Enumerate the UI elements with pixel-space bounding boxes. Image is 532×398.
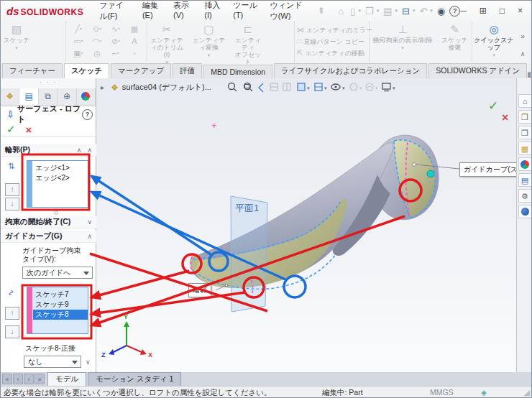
- panel-splitter-handle[interactable]: · · ·: [1, 78, 96, 88]
- convert-entities-button[interactable]: ▢ エンティティ変換 ▾: [189, 21, 228, 60]
- trim-entities-button[interactable]: ✂ エンティティのトリム(I) ▾: [147, 21, 186, 60]
- reference-plane[interactable]: [231, 196, 267, 312]
- 3d-content-central-button[interactable]: [518, 205, 532, 218]
- guide-item-sketch7[interactable]: スケッチ7: [33, 290, 88, 300]
- solidworks-settings-button[interactable]: ⚙: [518, 189, 532, 203]
- plane-label[interactable]: 平面1: [235, 203, 259, 213]
- undo-icon[interactable]: ↶: [417, 6, 429, 17]
- span-displays-button[interactable]: ⊞: [480, 6, 487, 16]
- ribbon-collapse-icon[interactable]: ∧: [517, 50, 528, 57]
- text-tool-icon[interactable]: A: [125, 35, 144, 47]
- pin-menu-icon[interactable]: ✎: [316, 5, 326, 17]
- viewport-cancel-button[interactable]: ×: [502, 111, 508, 124]
- scroll-last-button[interactable]: »: [35, 374, 45, 384]
- tab-evaluate[interactable]: 評価: [173, 63, 202, 78]
- profile-move-up-button[interactable]: ↑: [5, 183, 19, 196]
- repair-sketch-button[interactable]: ✎ スケッチ 修復: [439, 21, 470, 60]
- guide-curves-collapse-icon[interactable]: ∧: [87, 233, 92, 240]
- fillet-tool-icon[interactable]: ⌐▾: [106, 47, 125, 60]
- scroll-next-button[interactable]: ›: [24, 374, 34, 384]
- ribbon-overflow-icon[interactable]: »: [517, 32, 528, 40]
- quick-snaps-button[interactable]: ◎ クイックスナップ ▾: [472, 21, 515, 60]
- guide-endpoint-handle[interactable]: [427, 170, 434, 177]
- tab-markup[interactable]: マークアップ: [111, 63, 171, 78]
- constraints-expand-icon[interactable]: ∨: [87, 218, 92, 226]
- open-icon[interactable]: ❐: [363, 6, 376, 17]
- linear-pattern-button[interactable]: ∷直線パターン コピー: [295, 36, 369, 47]
- help-icon[interactable]: ?: [449, 6, 460, 17]
- flyout-tree-arrow-icon[interactable]: ▸: [101, 83, 104, 91]
- profile-item-edge1[interactable]: エッジ<1>: [33, 163, 88, 173]
- constraints-section-header[interactable]: 拘束の開始/終了(C) ∨: [1, 216, 96, 228]
- plane-tool-icon[interactable]: ▦: [125, 23, 144, 35]
- close-button[interactable]: ×: [518, 6, 523, 16]
- doc-pane-left-icon[interactable]: ◧: [527, 70, 532, 78]
- guide-influence-select[interactable]: 次のガイドへ: [22, 267, 93, 279]
- guide-item-sketch9[interactable]: スケッチ9: [33, 300, 88, 310]
- move-entities-button[interactable]: ⇱エンティティの移動: [295, 47, 369, 59]
- heads-up-toolbar[interactable]: ▾ ▾ ▾ ▾ ▾ ▾: [226, 80, 398, 95]
- line-tool-icon[interactable]: ╱▾: [69, 23, 88, 35]
- pm-help-icon[interactable]: ?: [82, 109, 93, 120]
- viewport-ok-button[interactable]: ✓: [488, 98, 498, 114]
- units-indicator[interactable]: MMGS: [430, 388, 454, 397]
- property-manager-panel: · · · ❖ ▤ ⧉ ⊕ ⇩ サーフェス - ロフト ? ✓ × 輪郭(P) …: [1, 78, 96, 372]
- guide-move-down-button[interactable]: ↓: [5, 325, 19, 338]
- design-library-button[interactable]: ❒: [518, 110, 532, 124]
- profile-sync-icon[interactable]: ⇅: [8, 162, 14, 171]
- tab-addins[interactable]: SOLIDWORKS アドイン: [428, 63, 527, 78]
- scroll-first-button[interactable]: «: [2, 374, 12, 384]
- profile-move-down-button[interactable]: ↓: [5, 198, 19, 210]
- rectangle-tool-icon[interactable]: ▭▾: [69, 35, 88, 47]
- sketch-dropdown-icon[interactable]: ▾: [1, 45, 32, 51]
- tab-mbd-dimension[interactable]: MBD Dimension: [203, 65, 272, 78]
- save-icon[interactable]: ▤: [381, 6, 394, 17]
- model-tab[interactable]: モデル: [47, 372, 86, 386]
- guide-move-up-button[interactable]: ↑: [5, 307, 19, 320]
- minimize-button[interactable]: ─: [460, 6, 467, 16]
- scroll-prev-button[interactable]: ‹: [13, 374, 23, 384]
- profiles-collapse-icon[interactable]: ∧: [77, 147, 82, 154]
- profiles-listbox[interactable]: エッジ<1> エッジ<2>: [27, 160, 88, 208]
- relations-dropdown-icon[interactable]: ▾: [370, 45, 436, 51]
- tab-features[interactable]: フィーチャー: [2, 63, 63, 78]
- file-explorer-button[interactable]: ❐: [518, 126, 532, 139]
- tangency-select[interactable]: なし: [24, 356, 81, 368]
- listbox-resize-handle[interactable]: [54, 210, 58, 215]
- user-account-icon[interactable]: ◉: [435, 6, 447, 17]
- home-icon[interactable]: ⌂: [336, 6, 346, 17]
- panel-scroll-down-icon[interactable]: ∨: [86, 358, 91, 366]
- graphics-viewport[interactable]: ▸ ❖ surface04 (デフォルト)... ▾: [96, 78, 516, 372]
- profile-item-edge2[interactable]: エッジ<2>: [33, 173, 88, 183]
- convert-dropdown-icon[interactable]: ▾: [189, 52, 228, 58]
- slot-tool-icon[interactable]: ▣▾: [69, 47, 88, 60]
- tab-sketch[interactable]: スケッチ: [64, 63, 109, 79]
- maximize-button[interactable]: □: [500, 6, 505, 16]
- profiles-section-header[interactable]: 輪郭(P) ∧ ∧: [1, 144, 96, 157]
- home-taskpane-button[interactable]: ⌂: [518, 94, 532, 108]
- custom-properties-button[interactable]: ▤: [518, 173, 532, 187]
- guide-curves-listbox[interactable]: スケッチ7 スケッチ9 スケッチ8: [27, 287, 88, 334]
- sketch-button[interactable]: ▧ スケッチ ▾: [1, 21, 32, 60]
- panel-scroll-up-icon[interactable]: ∧: [87, 147, 92, 154]
- guide-item-sketch8[interactable]: スケッチ8: [33, 310, 88, 320]
- pm-ok-button[interactable]: ✓: [6, 123, 16, 136]
- display-delete-relations-button[interactable]: ⊥ 幾何拘束の表示/削除 ▾: [370, 21, 436, 60]
- dot-tool-icon[interactable]: ▫: [125, 47, 144, 60]
- motion-study-tab[interactable]: モーション スタディ 1: [88, 372, 181, 386]
- offset-entities-button[interactable]: ⊏ エンティティ オフセット: [231, 21, 265, 60]
- quick-snaps-dropdown-icon[interactable]: ▾: [472, 52, 515, 58]
- guide-curves-section-header[interactable]: ガイドカーブ(G) ∧: [1, 231, 96, 243]
- appearances-button[interactable]: [518, 157, 532, 171]
- point-tool-icon[interactable]: ◎: [88, 47, 106, 60]
- mirror-entities-button[interactable]: ⋈エンティティのミラー: [295, 24, 369, 36]
- circle-tool-icon[interactable]: ⊙▾: [88, 23, 106, 35]
- new-document-icon[interactable]: ▯: [348, 6, 357, 17]
- spline-tool-icon[interactable]: ∿▾: [106, 23, 125, 35]
- tab-lifecycle[interactable]: ライフサイクルおよびコラボレーション: [274, 63, 427, 78]
- pm-cancel-button[interactable]: ×: [26, 124, 32, 136]
- view-palette-button[interactable]: ▦: [518, 142, 532, 155]
- arc-tool-icon[interactable]: ◠▾: [88, 35, 106, 47]
- print-icon[interactable]: ⊟: [400, 6, 412, 17]
- ellipse-tool-icon[interactable]: ⊘▾: [106, 35, 125, 47]
